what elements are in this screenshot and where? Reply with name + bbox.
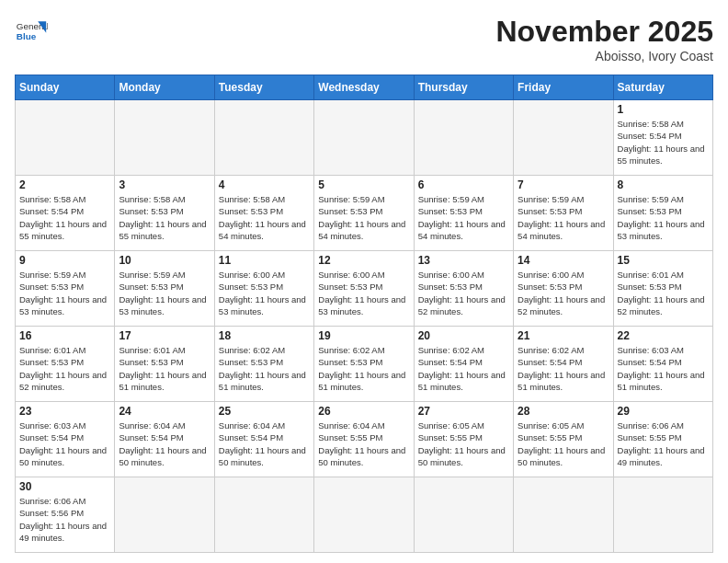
title-block: November 2025 Aboisso, Ivory Coast (495, 15, 713, 63)
day-info: Sunrise: 6:00 AMSunset: 5:53 PMDaylight:… (219, 269, 310, 317)
day-cell: 15Sunrise: 6:01 AMSunset: 5:53 PMDayligh… (613, 251, 712, 327)
day-cell: 3Sunrise: 5:58 AMSunset: 5:53 PMDaylight… (115, 176, 214, 251)
day-number: 1 (618, 103, 709, 116)
logo-icon: General Blue (15, 15, 48, 48)
day-number: 11 (219, 254, 310, 267)
day-cell: 19Sunrise: 6:02 AMSunset: 5:53 PMDayligh… (314, 327, 414, 402)
week-row-2: 2Sunrise: 5:58 AMSunset: 5:54 PMDaylight… (16, 176, 713, 251)
day-cell: 25Sunrise: 6:04 AMSunset: 5:54 PMDayligh… (214, 402, 313, 477)
day-info: Sunrise: 6:01 AMSunset: 5:53 PMDaylight:… (618, 269, 709, 317)
day-cell: 13Sunrise: 6:00 AMSunset: 5:53 PMDayligh… (414, 251, 513, 327)
week-row-5: 23Sunrise: 6:03 AMSunset: 5:54 PMDayligh… (16, 402, 713, 477)
day-number: 28 (518, 405, 609, 418)
week-row-4: 16Sunrise: 6:01 AMSunset: 5:53 PMDayligh… (16, 327, 713, 402)
day-cell: 11Sunrise: 6:00 AMSunset: 5:53 PMDayligh… (214, 251, 313, 327)
calendar-header-saturday: Saturday (613, 75, 712, 100)
day-number: 25 (219, 405, 310, 418)
day-info: Sunrise: 6:00 AMSunset: 5:53 PMDaylight:… (318, 269, 409, 317)
day-cell (214, 100, 313, 176)
day-cell: 17Sunrise: 6:01 AMSunset: 5:53 PMDayligh… (115, 327, 214, 402)
day-number: 14 (518, 254, 609, 267)
day-info: Sunrise: 6:01 AMSunset: 5:53 PMDaylight:… (119, 344, 210, 393)
day-cell (613, 477, 712, 553)
day-cell: 18Sunrise: 6:02 AMSunset: 5:53 PMDayligh… (214, 327, 313, 402)
day-info: Sunrise: 5:58 AMSunset: 5:53 PMDaylight:… (119, 193, 210, 242)
day-cell (414, 100, 513, 176)
day-cell (314, 100, 414, 176)
day-info: Sunrise: 6:00 AMSunset: 5:53 PMDaylight:… (418, 269, 509, 317)
day-cell: 22Sunrise: 6:03 AMSunset: 5:54 PMDayligh… (613, 327, 712, 402)
location: Aboisso, Ivory Coast (495, 49, 713, 63)
day-cell: 20Sunrise: 6:02 AMSunset: 5:54 PMDayligh… (414, 327, 513, 402)
day-cell: 21Sunrise: 6:02 AMSunset: 5:54 PMDayligh… (514, 327, 613, 402)
day-number: 15 (618, 254, 709, 267)
page-header: General Blue November 2025 Aboisso, Ivor… (15, 15, 713, 63)
day-number: 2 (19, 178, 110, 191)
day-number: 16 (19, 329, 110, 342)
day-info: Sunrise: 5:59 AMSunset: 5:53 PMDaylight:… (418, 193, 509, 242)
day-cell: 30Sunrise: 6:06 AMSunset: 5:56 PMDayligh… (16, 477, 115, 553)
day-number: 19 (318, 329, 409, 342)
day-number: 20 (418, 329, 509, 342)
day-cell: 28Sunrise: 6:05 AMSunset: 5:55 PMDayligh… (514, 402, 613, 477)
day-info: Sunrise: 6:06 AMSunset: 5:55 PMDaylight:… (618, 419, 709, 468)
day-cell: 10Sunrise: 5:59 AMSunset: 5:53 PMDayligh… (115, 251, 214, 327)
day-info: Sunrise: 6:04 AMSunset: 5:54 PMDaylight:… (219, 419, 310, 468)
day-number: 30 (19, 480, 110, 493)
day-number: 10 (119, 254, 210, 267)
day-number: 6 (418, 178, 509, 191)
week-row-3: 9Sunrise: 5:59 AMSunset: 5:53 PMDaylight… (16, 251, 713, 327)
day-cell: 24Sunrise: 6:04 AMSunset: 5:54 PMDayligh… (115, 402, 214, 477)
day-number: 26 (318, 405, 409, 418)
day-cell: 27Sunrise: 6:05 AMSunset: 5:55 PMDayligh… (414, 402, 513, 477)
day-info: Sunrise: 6:05 AMSunset: 5:55 PMDaylight:… (518, 419, 609, 468)
day-info: Sunrise: 6:00 AMSunset: 5:53 PMDaylight:… (518, 269, 609, 317)
day-cell (514, 100, 613, 176)
day-cell (214, 477, 313, 553)
day-cell: 23Sunrise: 6:03 AMSunset: 5:54 PMDayligh… (16, 402, 115, 477)
day-cell (115, 100, 214, 176)
day-number: 12 (318, 254, 409, 267)
day-number: 9 (19, 254, 110, 267)
day-number: 13 (418, 254, 509, 267)
day-cell: 2Sunrise: 5:58 AMSunset: 5:54 PMDaylight… (16, 176, 115, 251)
calendar-header-monday: Monday (115, 75, 214, 100)
calendar-header-sunday: Sunday (16, 75, 115, 100)
day-info: Sunrise: 5:59 AMSunset: 5:53 PMDaylight:… (618, 193, 709, 242)
day-cell: 4Sunrise: 5:58 AMSunset: 5:53 PMDaylight… (214, 176, 313, 251)
day-info: Sunrise: 6:01 AMSunset: 5:53 PMDaylight:… (19, 344, 110, 393)
day-cell (115, 477, 214, 553)
month-title: November 2025 (495, 15, 713, 49)
day-cell: 6Sunrise: 5:59 AMSunset: 5:53 PMDaylight… (414, 176, 513, 251)
day-info: Sunrise: 5:59 AMSunset: 5:53 PMDaylight:… (119, 269, 210, 317)
day-info: Sunrise: 6:02 AMSunset: 5:54 PMDaylight:… (418, 344, 509, 393)
day-info: Sunrise: 5:58 AMSunset: 5:53 PMDaylight:… (219, 193, 310, 242)
day-info: Sunrise: 6:05 AMSunset: 5:55 PMDaylight:… (418, 419, 509, 468)
day-number: 24 (119, 405, 210, 418)
day-number: 7 (518, 178, 609, 191)
day-info: Sunrise: 5:58 AMSunset: 5:54 PMDaylight:… (19, 193, 110, 242)
day-cell: 26Sunrise: 6:04 AMSunset: 5:55 PMDayligh… (314, 402, 414, 477)
day-number: 27 (418, 405, 509, 418)
day-info: Sunrise: 6:04 AMSunset: 5:54 PMDaylight:… (119, 419, 210, 468)
day-number: 22 (618, 329, 709, 342)
day-cell (16, 100, 115, 176)
day-cell: 5Sunrise: 5:59 AMSunset: 5:53 PMDaylight… (314, 176, 414, 251)
day-number: 18 (219, 329, 310, 342)
day-number: 29 (618, 405, 709, 418)
day-info: Sunrise: 6:03 AMSunset: 5:54 PMDaylight:… (618, 344, 709, 393)
day-cell (514, 477, 613, 553)
calendar-header-wednesday: Wednesday (314, 75, 414, 100)
week-row-6: 30Sunrise: 6:06 AMSunset: 5:56 PMDayligh… (16, 477, 713, 553)
day-cell: 29Sunrise: 6:06 AMSunset: 5:55 PMDayligh… (613, 402, 712, 477)
day-info: Sunrise: 6:06 AMSunset: 5:56 PMDaylight:… (19, 495, 110, 544)
day-number: 4 (219, 178, 310, 191)
day-info: Sunrise: 6:03 AMSunset: 5:54 PMDaylight:… (19, 419, 110, 468)
day-info: Sunrise: 6:02 AMSunset: 5:53 PMDaylight:… (219, 344, 310, 393)
week-row-1: 1Sunrise: 5:58 AMSunset: 5:54 PMDaylight… (16, 100, 713, 176)
calendar: SundayMondayTuesdayWednesdayThursdayFrid… (15, 75, 713, 553)
day-number: 5 (318, 178, 409, 191)
day-cell: 14Sunrise: 6:00 AMSunset: 5:53 PMDayligh… (514, 251, 613, 327)
day-number: 8 (618, 178, 709, 191)
day-info: Sunrise: 5:58 AMSunset: 5:54 PMDaylight:… (618, 118, 709, 167)
